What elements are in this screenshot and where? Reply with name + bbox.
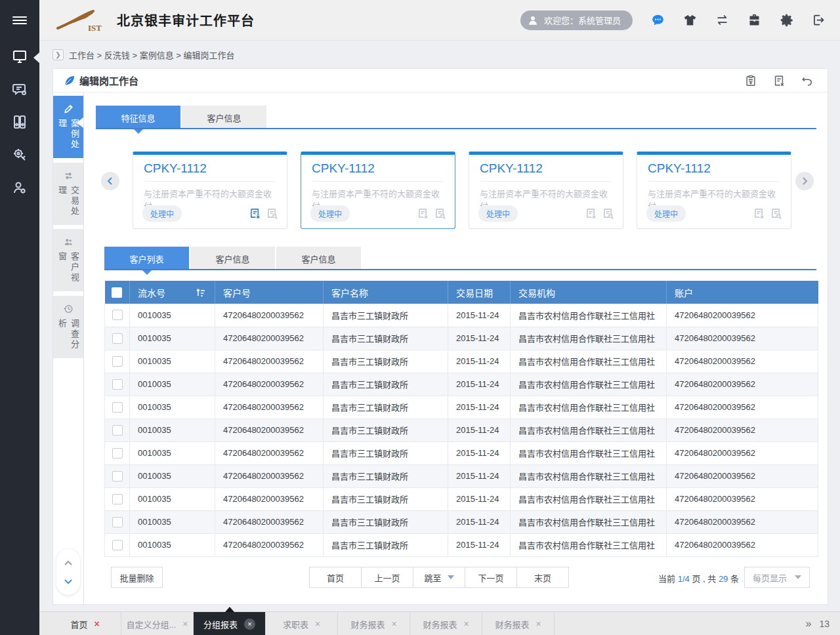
table-cell: 47206480200039562 bbox=[667, 350, 818, 373]
close-icon[interactable]: × bbox=[463, 619, 469, 628]
row-checkbox[interactable] bbox=[112, 402, 123, 413]
case-card[interactable]: CPKY-1112 与注册资本严重不符的大额资金收付 处理中 bbox=[133, 152, 287, 229]
side-tab-customer-window[interactable]: 客户视窗 bbox=[53, 229, 83, 291]
bottom-tab-group-report[interactable]: 分组报表× bbox=[194, 612, 266, 635]
doc-delete-icon[interactable] bbox=[417, 208, 429, 219]
case-card-selected[interactable]: CPKY-1112 与注册资本严重不符的大额资金收付 处理中 bbox=[301, 152, 455, 229]
sidebar-item-settings[interactable] bbox=[0, 140, 39, 173]
row-checkbox[interactable] bbox=[112, 425, 123, 436]
sidebar-item-workbench[interactable] bbox=[0, 41, 39, 74]
row-checkbox[interactable] bbox=[112, 471, 123, 481]
sidebar-item-users[interactable] bbox=[0, 173, 39, 205]
close-icon[interactable]: × bbox=[94, 619, 99, 628]
last-page-button[interactable]: 末页 bbox=[516, 567, 569, 588]
bottom-tab-custom-group[interactable]: 自定义分组...× bbox=[121, 612, 194, 635]
carousel-prev-button[interactable] bbox=[101, 172, 119, 190]
sidebar-item-archive[interactable] bbox=[0, 107, 39, 140]
row-checkbox[interactable] bbox=[112, 333, 123, 344]
row-checkbox[interactable] bbox=[112, 517, 123, 527]
per-page-dropdown[interactable]: 每页显示 bbox=[744, 567, 810, 588]
table-row[interactable]: 001003547206480200039562昌吉市三工镇财政所2015-11… bbox=[105, 419, 818, 441]
case-card[interactable]: CPKY-1112 与注册资本严重不符的大额资金收付 处理中 bbox=[469, 152, 623, 229]
close-icon[interactable]: × bbox=[315, 619, 320, 628]
side-tab-investigation[interactable]: 调查分析 bbox=[53, 296, 83, 358]
table-cell: 2015-11-24 bbox=[448, 304, 511, 327]
doc-search-icon[interactable] bbox=[770, 208, 782, 219]
row-checkbox[interactable] bbox=[112, 448, 123, 459]
swap-icon[interactable] bbox=[715, 13, 729, 28]
doc-delete-icon[interactable] bbox=[585, 208, 597, 219]
close-icon[interactable]: × bbox=[244, 619, 255, 630]
tab-feature-info[interactable]: 特征信息 bbox=[96, 106, 182, 129]
close-icon[interactable]: × bbox=[182, 619, 188, 628]
close-icon[interactable]: × bbox=[536, 619, 541, 628]
gear-icon[interactable] bbox=[779, 13, 793, 28]
more-tabs-icon[interactable]: » bbox=[806, 618, 810, 630]
doc-delete-icon[interactable] bbox=[753, 208, 765, 219]
case-card[interactable]: CPKY-1112 与注册资本严重不符的大额资金收付 处理中 bbox=[637, 152, 791, 229]
table-row[interactable]: 001003547206480200039562昌吉市三工镇财政所2015-11… bbox=[105, 396, 818, 419]
table-row[interactable]: 001003547206480200039562昌吉市三工镇财政所2015-11… bbox=[105, 510, 818, 533]
chevron-down-icon[interactable] bbox=[64, 577, 73, 586]
close-icon[interactable]: × bbox=[391, 619, 396, 628]
row-checkbox[interactable] bbox=[112, 494, 123, 504]
select-all-checkbox[interactable] bbox=[112, 287, 122, 298]
table-row[interactable]: 001003547206480200039562昌吉市三工镇财政所2015-11… bbox=[105, 327, 818, 350]
row-checkbox[interactable] bbox=[112, 356, 123, 367]
doc-search-icon[interactable] bbox=[434, 208, 446, 219]
tab-customer-info-1[interactable]: 客户信息 bbox=[190, 247, 276, 270]
table-cell: 昌吉市三工镇财政所 bbox=[324, 510, 448, 533]
customers-icon bbox=[64, 237, 74, 247]
table-cell: 47206480200039562 bbox=[215, 510, 324, 533]
logout-icon[interactable] bbox=[811, 13, 826, 28]
table-row[interactable]: 001003547206480200039562昌吉市三工镇财政所2015-11… bbox=[105, 487, 818, 510]
case-cards: CPKY-1112 与注册资本严重不符的大额资金收付 处理中 bbox=[133, 152, 791, 229]
bottom-tab-job-form[interactable]: 求职表× bbox=[266, 612, 338, 635]
theme-shirt-icon[interactable] bbox=[682, 13, 697, 28]
chevron-up-icon[interactable] bbox=[64, 559, 73, 568]
table-row[interactable]: 001003547206480200039562昌吉市三工镇财政所2015-11… bbox=[105, 373, 818, 396]
message-icon[interactable] bbox=[650, 13, 665, 28]
case-code: CPKY-1112 bbox=[144, 161, 276, 182]
bottom-tab-finance-report-1[interactable]: 财务报表× bbox=[338, 612, 410, 635]
table-row[interactable]: 001003547206480200039562昌吉市三工镇财政所2015-11… bbox=[105, 350, 818, 373]
sidebar-item-messages[interactable] bbox=[0, 74, 39, 107]
carousel-next-button[interactable] bbox=[795, 172, 814, 190]
briefcase-icon[interactable] bbox=[747, 13, 761, 28]
tab-customer-info-2[interactable]: 客户信息 bbox=[276, 247, 362, 270]
table-row[interactable]: 001003547206480200039562昌吉市三工镇财政所2015-11… bbox=[105, 464, 818, 487]
doc-delete-icon[interactable] bbox=[249, 208, 261, 219]
doc-search-icon[interactable] bbox=[266, 208, 278, 219]
jump-to-dropdown[interactable]: 跳至 bbox=[413, 567, 465, 588]
batch-delete-button[interactable]: 批量删除 bbox=[111, 567, 163, 588]
tab-customer-info[interactable]: 客户信息 bbox=[182, 106, 268, 129]
table-cell: 0010035 bbox=[130, 304, 215, 327]
table-cell: 2015-11-24 bbox=[448, 419, 511, 441]
tab-customer-list[interactable]: 客户列表 bbox=[104, 247, 190, 270]
menu-toggle-button[interactable] bbox=[0, 0, 39, 41]
first-page-button[interactable]: 首页 bbox=[309, 567, 362, 588]
side-tab-transaction-handling[interactable]: 交易处理 bbox=[53, 163, 83, 225]
table-cell: 0010035 bbox=[130, 327, 215, 350]
row-checkbox[interactable] bbox=[112, 540, 123, 550]
table-row[interactable]: 001003547206480200039562昌吉市三工镇财政所2015-11… bbox=[105, 441, 818, 464]
table-tabs-underline bbox=[104, 269, 816, 270]
bottom-tab-finance-report-2[interactable]: 财务报表× bbox=[410, 612, 482, 635]
table-row[interactable]: 001003547206480200039562昌吉市三工镇财政所2015-11… bbox=[105, 533, 818, 556]
row-checkbox[interactable] bbox=[112, 310, 123, 320]
doc-delete-icon[interactable] bbox=[773, 75, 785, 87]
bottom-tab-home[interactable]: 首页× bbox=[49, 612, 121, 635]
column-header: 流水号 bbox=[130, 281, 215, 304]
user-greeting-pill[interactable]: 欢迎您：系统管理员 bbox=[520, 10, 633, 30]
table-row[interactable]: 001003547206480200039562昌吉市三工镇财政所2015-11… bbox=[105, 304, 818, 327]
prev-page-button[interactable]: 上一页 bbox=[361, 567, 413, 588]
doc-search-icon[interactable] bbox=[602, 208, 614, 219]
undo-icon[interactable] bbox=[801, 75, 813, 87]
row-checkbox[interactable] bbox=[112, 379, 123, 390]
sort-icon[interactable] bbox=[196, 287, 205, 297]
breadcrumb-expand-icon[interactable]: ❯ bbox=[52, 49, 64, 60]
bottom-tab-finance-report-3[interactable]: 财务报表× bbox=[482, 612, 555, 635]
table-cell: 2015-11-24 bbox=[448, 396, 511, 419]
clipboard-submit-icon[interactable] bbox=[745, 75, 757, 87]
next-page-button[interactable]: 下一页 bbox=[465, 567, 517, 588]
